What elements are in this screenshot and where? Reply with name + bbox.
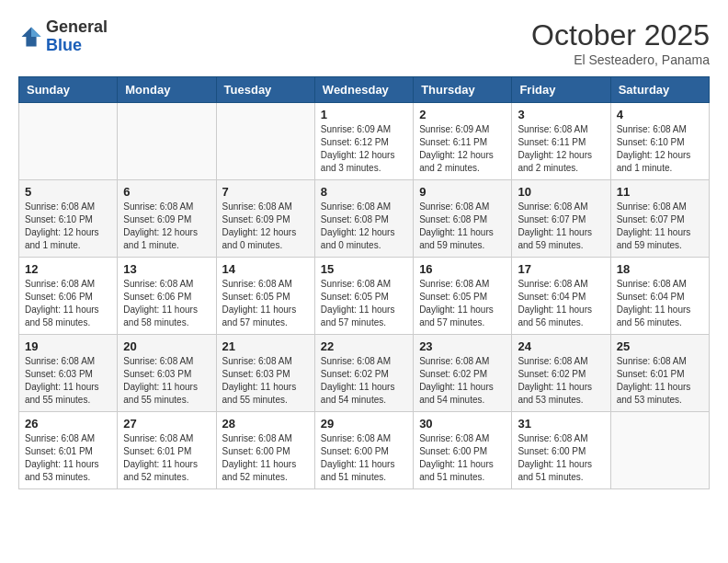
calendar-header-row: SundayMondayTuesdayWednesdayThursdayFrid…	[19, 77, 710, 103]
day-info: Sunrise: 6:08 AM Sunset: 6:09 PM Dayligh…	[222, 201, 309, 252]
calendar-cell: 7Sunrise: 6:08 AM Sunset: 6:09 PM Daylig…	[216, 180, 314, 258]
calendar-week-4: 19Sunrise: 6:08 AM Sunset: 6:03 PM Dayli…	[19, 335, 710, 412]
day-info: Sunrise: 6:08 AM Sunset: 6:00 PM Dayligh…	[222, 432, 309, 484]
calendar-cell: 26Sunrise: 6:08 AM Sunset: 6:01 PM Dayli…	[19, 412, 118, 489]
day-info: Sunrise: 6:08 AM Sunset: 6:03 PM Dayligh…	[25, 355, 111, 407]
day-number: 13	[123, 262, 210, 276]
day-number: 20	[123, 339, 210, 353]
day-number: 10	[518, 185, 604, 199]
day-number: 17	[518, 262, 604, 276]
day-info: Sunrise: 6:08 AM Sunset: 6:10 PM Dayligh…	[25, 201, 111, 252]
calendar-week-5: 26Sunrise: 6:08 AM Sunset: 6:01 PM Dayli…	[19, 412, 710, 489]
logo: General Blue	[18, 18, 108, 55]
day-number: 25	[617, 339, 703, 353]
column-header-saturday: Saturday	[610, 77, 709, 103]
calendar-cell: 30Sunrise: 6:08 AM Sunset: 6:00 PM Dayli…	[414, 412, 512, 489]
day-number: 31	[518, 417, 604, 431]
day-info: Sunrise: 6:08 AM Sunset: 6:09 PM Dayligh…	[123, 201, 210, 252]
day-number: 2	[419, 108, 506, 121]
calendar-cell: 5Sunrise: 6:08 AM Sunset: 6:10 PM Daylig…	[19, 180, 118, 258]
day-info: Sunrise: 6:08 AM Sunset: 6:06 PM Dayligh…	[25, 278, 111, 329]
month-title: October 2025	[531, 18, 710, 52]
day-number: 29	[321, 417, 407, 431]
calendar-cell: 20Sunrise: 6:08 AM Sunset: 6:03 PM Dayli…	[118, 335, 216, 412]
day-number: 9	[419, 185, 506, 199]
day-number: 6	[123, 185, 210, 199]
calendar-cell: 24Sunrise: 6:08 AM Sunset: 6:02 PM Dayli…	[512, 335, 610, 412]
day-number: 5	[25, 185, 111, 199]
day-info: Sunrise: 6:08 AM Sunset: 6:04 PM Dayligh…	[617, 278, 703, 329]
calendar-cell	[118, 103, 216, 180]
column-header-sunday: Sunday	[19, 77, 118, 103]
page-header: General Blue October 2025 El Sesteadero,…	[18, 18, 710, 67]
day-number: 1	[321, 108, 407, 121]
column-header-tuesday: Tuesday	[216, 77, 314, 103]
calendar-cell: 3Sunrise: 6:08 AM Sunset: 6:11 PM Daylig…	[512, 103, 610, 180]
calendar-table: SundayMondayTuesdayWednesdayThursdayFrid…	[18, 76, 710, 489]
calendar-cell: 13Sunrise: 6:08 AM Sunset: 6:06 PM Dayli…	[118, 258, 216, 335]
calendar-cell: 28Sunrise: 6:08 AM Sunset: 6:00 PM Dayli…	[216, 412, 314, 489]
day-info: Sunrise: 6:08 AM Sunset: 6:05 PM Dayligh…	[419, 278, 506, 329]
calendar-cell: 29Sunrise: 6:08 AM Sunset: 6:00 PM Dayli…	[314, 412, 413, 489]
day-info: Sunrise: 6:08 AM Sunset: 6:03 PM Dayligh…	[222, 355, 309, 407]
calendar-cell	[216, 103, 314, 180]
calendar-week-2: 5Sunrise: 6:08 AM Sunset: 6:10 PM Daylig…	[19, 180, 710, 258]
day-number: 15	[321, 262, 407, 276]
day-info: Sunrise: 6:08 AM Sunset: 6:04 PM Dayligh…	[518, 278, 604, 329]
day-info: Sunrise: 6:08 AM Sunset: 6:02 PM Dayligh…	[321, 355, 407, 407]
day-number: 14	[222, 262, 309, 276]
day-info: Sunrise: 6:08 AM Sunset: 6:05 PM Dayligh…	[321, 278, 407, 329]
column-header-monday: Monday	[118, 77, 216, 103]
calendar-cell: 12Sunrise: 6:08 AM Sunset: 6:06 PM Dayli…	[19, 258, 118, 335]
day-info: Sunrise: 6:08 AM Sunset: 6:07 PM Dayligh…	[518, 201, 604, 252]
calendar-cell: 8Sunrise: 6:08 AM Sunset: 6:08 PM Daylig…	[314, 180, 413, 258]
calendar-cell: 21Sunrise: 6:08 AM Sunset: 6:03 PM Dayli…	[216, 335, 314, 412]
day-number: 11	[617, 185, 703, 199]
calendar-cell: 16Sunrise: 6:08 AM Sunset: 6:05 PM Dayli…	[414, 258, 512, 335]
day-info: Sunrise: 6:08 AM Sunset: 6:08 PM Dayligh…	[321, 201, 407, 252]
day-number: 21	[222, 339, 309, 353]
calendar-cell: 15Sunrise: 6:08 AM Sunset: 6:05 PM Dayli…	[314, 258, 413, 335]
day-number: 26	[25, 417, 111, 431]
calendar-cell: 25Sunrise: 6:08 AM Sunset: 6:01 PM Dayli…	[610, 335, 709, 412]
column-header-wednesday: Wednesday	[314, 77, 413, 103]
day-info: Sunrise: 6:08 AM Sunset: 6:10 PM Dayligh…	[617, 123, 703, 175]
calendar-week-3: 12Sunrise: 6:08 AM Sunset: 6:06 PM Dayli…	[19, 258, 710, 335]
day-number: 28	[222, 417, 309, 431]
logo-icon	[18, 24, 44, 50]
calendar-cell: 1Sunrise: 6:09 AM Sunset: 6:12 PM Daylig…	[314, 103, 413, 180]
day-number: 7	[222, 185, 309, 199]
calendar-cell: 4Sunrise: 6:08 AM Sunset: 6:10 PM Daylig…	[610, 103, 709, 180]
day-info: Sunrise: 6:08 AM Sunset: 6:00 PM Dayligh…	[419, 432, 506, 484]
day-number: 27	[123, 417, 210, 431]
svg-marker-1	[31, 27, 41, 37]
day-number: 24	[518, 339, 604, 353]
day-info: Sunrise: 6:08 AM Sunset: 6:02 PM Dayligh…	[518, 355, 604, 407]
day-info: Sunrise: 6:08 AM Sunset: 6:00 PM Dayligh…	[321, 432, 407, 484]
day-info: Sunrise: 6:08 AM Sunset: 6:07 PM Dayligh…	[617, 201, 703, 252]
day-info: Sunrise: 6:08 AM Sunset: 6:05 PM Dayligh…	[222, 278, 309, 329]
calendar-cell	[610, 412, 709, 489]
day-info: Sunrise: 6:08 AM Sunset: 6:01 PM Dayligh…	[25, 432, 111, 484]
day-info: Sunrise: 6:08 AM Sunset: 6:06 PM Dayligh…	[123, 278, 210, 329]
day-info: Sunrise: 6:08 AM Sunset: 6:11 PM Dayligh…	[518, 123, 604, 175]
column-header-friday: Friday	[512, 77, 610, 103]
column-header-thursday: Thursday	[414, 77, 512, 103]
calendar-cell: 11Sunrise: 6:08 AM Sunset: 6:07 PM Dayli…	[610, 180, 709, 258]
day-info: Sunrise: 6:08 AM Sunset: 6:01 PM Dayligh…	[123, 432, 210, 484]
logo-text: General Blue	[46, 18, 108, 55]
day-info: Sunrise: 6:09 AM Sunset: 6:12 PM Dayligh…	[321, 123, 407, 175]
day-info: Sunrise: 6:08 AM Sunset: 6:01 PM Dayligh…	[617, 355, 703, 407]
calendar-cell: 6Sunrise: 6:08 AM Sunset: 6:09 PM Daylig…	[118, 180, 216, 258]
day-number: 16	[419, 262, 506, 276]
day-number: 3	[518, 108, 604, 121]
calendar-cell: 17Sunrise: 6:08 AM Sunset: 6:04 PM Dayli…	[512, 258, 610, 335]
day-number: 12	[25, 262, 111, 276]
day-number: 23	[419, 339, 506, 353]
calendar-cell: 27Sunrise: 6:08 AM Sunset: 6:01 PM Dayli…	[118, 412, 216, 489]
calendar-cell: 9Sunrise: 6:08 AM Sunset: 6:08 PM Daylig…	[414, 180, 512, 258]
title-block: October 2025 El Sesteadero, Panama	[531, 18, 710, 67]
calendar-cell	[19, 103, 118, 180]
day-info: Sunrise: 6:09 AM Sunset: 6:11 PM Dayligh…	[419, 123, 506, 175]
calendar-cell: 19Sunrise: 6:08 AM Sunset: 6:03 PM Dayli…	[19, 335, 118, 412]
